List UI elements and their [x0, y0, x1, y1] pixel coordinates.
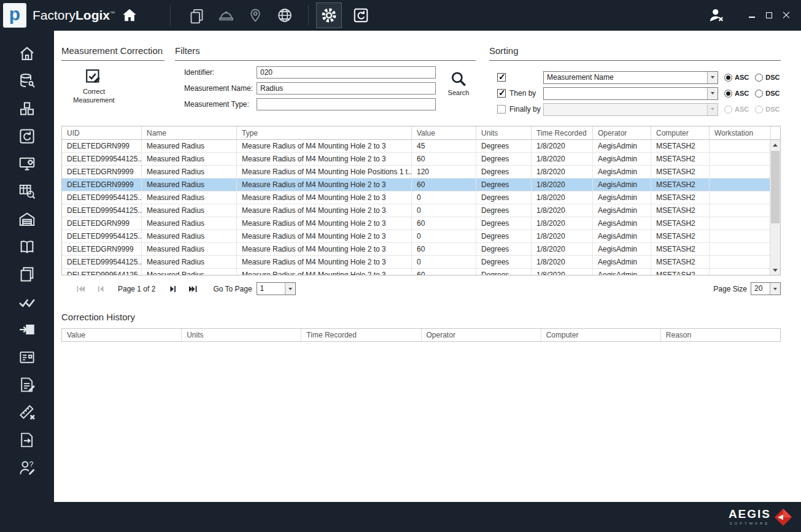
column-header[interactable]: Time Recorded — [301, 329, 421, 341]
table-cell: Measure Radius of M4 Mounting Hole 2 to … — [237, 153, 412, 166]
import-icon — [18, 320, 36, 339]
settings-tab-active[interactable] — [316, 2, 342, 28]
sidebar-item-data-query[interactable] — [0, 177, 54, 205]
trademark: ™ — [110, 10, 115, 16]
aegis-diamond-icon — [774, 508, 792, 526]
table-row[interactable]: DELETED999544125...Measured RadiusMeasur… — [62, 153, 780, 166]
page-size-dropdown[interactable]: 20 — [751, 282, 781, 295]
sidebar-item-edit-document[interactable] — [0, 371, 54, 398]
scrollbar-thumb[interactable] — [771, 151, 780, 223]
sidebar-item-terminal-settings[interactable] — [0, 150, 54, 177]
column-header[interactable]: Operator — [422, 329, 541, 341]
goto-page-dropdown[interactable]: 1 — [257, 282, 296, 295]
table-cell: 1/8/2020 — [532, 243, 593, 256]
sidebar-item-export-document[interactable] — [0, 426, 54, 453]
table-cell: 60 — [412, 217, 476, 230]
table-cell: DELETEDGRN9999 — [62, 179, 142, 191]
sort-secondary-dropdown[interactable] — [543, 87, 718, 100]
sidebar-item-approvals[interactable] — [0, 288, 54, 315]
minimize-button[interactable] — [748, 12, 756, 19]
column-header[interactable]: Computer — [651, 126, 710, 139]
sort-tertiary-checkbox[interactable] — [497, 105, 506, 114]
hardhat-icon[interactable] — [217, 6, 235, 25]
maximize-button[interactable] — [765, 12, 773, 19]
table-row[interactable]: DELETED999544125...Measured RadiusMeasur… — [62, 269, 780, 276]
column-header[interactable]: Workstation — [710, 126, 771, 139]
column-header[interactable]: Operator — [593, 126, 651, 139]
sort-primary-dsc-radio[interactable]: DSC — [755, 74, 780, 82]
measurement-name-input[interactable] — [257, 82, 436, 94]
table-cell: AegisAdmin — [593, 140, 651, 153]
next-page-button[interactable] — [168, 283, 178, 294]
table-row[interactable]: DELETED999544125...Measured RadiusMeasur… — [62, 256, 780, 269]
sidebar-item-factory[interactable] — [0, 205, 54, 233]
table-row[interactable]: DELETEDGRN9999Measured RadiusMeasure Rad… — [62, 179, 780, 191]
table-cell: Measured Radius — [142, 166, 237, 179]
last-page-button[interactable] — [188, 283, 198, 294]
close-button[interactable] — [783, 12, 790, 19]
column-header[interactable]: UID — [62, 126, 142, 139]
column-header[interactable]: Units — [182, 329, 301, 341]
sort-secondary-checkbox[interactable] — [497, 89, 506, 98]
sidebar-item-production[interactable] — [0, 94, 54, 122]
table-cell: DELETED999544125... — [62, 153, 142, 166]
table-cell: Degrees — [476, 191, 532, 204]
scroll-up-button[interactable] — [770, 140, 780, 150]
measurement-type-input[interactable] — [257, 98, 436, 110]
revert-icon[interactable] — [352, 6, 370, 25]
table-row[interactable]: DELETED999544125...Measured RadiusMeasur… — [62, 191, 780, 204]
sidebar-item-badge[interactable] — [0, 343, 54, 371]
table-cell: Degrees — [476, 166, 532, 179]
chevron-down-icon[interactable] — [770, 283, 780, 295]
asc-label: ASC — [735, 74, 749, 81]
table-cell: Measure Radius of M4 Mounting Hole 2 to … — [237, 191, 412, 204]
table-row[interactable]: DELETED999544125...Measured RadiusMeasur… — [62, 230, 780, 243]
table-row[interactable]: DELETEDGRN999Measured RadiusMeasure Radi… — [62, 217, 780, 230]
application-window: p FactoryLogix™ — [0, 0, 801, 532]
chevron-down-icon[interactable] — [707, 72, 718, 83]
column-header[interactable]: Computer — [541, 329, 661, 341]
sort-primary-dropdown[interactable]: Measurement Name — [543, 71, 718, 84]
search-button[interactable]: Search — [441, 70, 476, 114]
table-cell: 1/8/2020 — [532, 230, 593, 243]
sorting-title: Sorting — [489, 45, 781, 61]
sidebar-item-templates[interactable] — [0, 260, 54, 288]
globe-icon[interactable] — [276, 6, 294, 25]
table-cell: 1/8/2020 — [532, 191, 593, 204]
sidebar-item-measurement-correction[interactable] — [0, 398, 54, 426]
scroll-down-button[interactable] — [770, 265, 780, 275]
table-row[interactable]: DELETED999544125...Measured RadiusMeasur… — [62, 204, 780, 217]
chevron-down-icon[interactable] — [707, 88, 718, 99]
table-row[interactable]: DELETEDGRN9999Measured RadiusMeasure Rad… — [62, 166, 780, 179]
sidebar-item-home[interactable] — [0, 39, 54, 67]
home-icon[interactable] — [120, 6, 139, 25]
table-row[interactable]: DELETEDGRN999Measured RadiusMeasure Radi… — [62, 140, 780, 153]
sidebar-item-documentation[interactable] — [0, 233, 54, 260]
chevron-down-icon[interactable] — [285, 283, 295, 295]
vertical-scrollbar[interactable] — [770, 140, 780, 275]
correct-measurement-button[interactable]: Correct Measurement — [70, 68, 118, 105]
sort-primary-asc-radio[interactable]: ASC — [724, 74, 749, 82]
sidebar-item-revert[interactable] — [0, 122, 54, 150]
first-page-button[interactable] — [75, 283, 85, 294]
column-header[interactable]: Value — [62, 329, 182, 341]
location-pin-icon[interactable] — [246, 6, 265, 25]
column-header[interactable]: Time Recorded — [532, 126, 593, 139]
sort-secondary-dsc-radio[interactable]: DSC — [755, 90, 780, 98]
sort-primary-checkbox[interactable] — [497, 73, 506, 82]
sort-secondary-asc-radio[interactable]: ASC — [724, 90, 749, 98]
column-header[interactable]: Name — [142, 126, 237, 139]
sidebar-item-database-maintenance[interactable] — [0, 67, 54, 94]
documents-icon[interactable] — [187, 6, 206, 25]
column-header[interactable]: Type — [237, 126, 412, 139]
table-row[interactable]: DELETEDGRN9999Measured RadiusMeasure Rad… — [62, 243, 780, 256]
user-logout-icon[interactable] — [707, 6, 726, 25]
identifier-input[interactable] — [257, 66, 436, 79]
column-header[interactable]: Reason — [661, 329, 780, 341]
column-header[interactable]: Units — [476, 126, 532, 139]
goto-page-value: 1 — [257, 283, 285, 295]
sidebar-item-operator-edit[interactable]: ? — [0, 453, 54, 481]
sidebar-item-import[interactable] — [0, 315, 54, 343]
previous-page-button[interactable] — [95, 283, 106, 294]
column-header[interactable]: Value — [412, 126, 476, 139]
